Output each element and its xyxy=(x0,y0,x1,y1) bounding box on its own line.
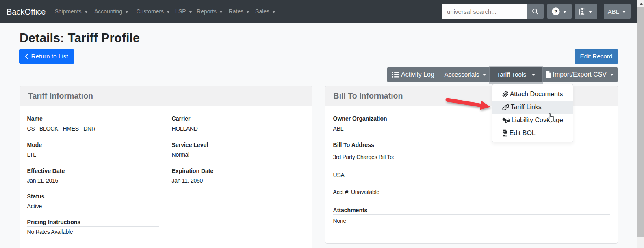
svg-text:?: ? xyxy=(554,9,557,15)
